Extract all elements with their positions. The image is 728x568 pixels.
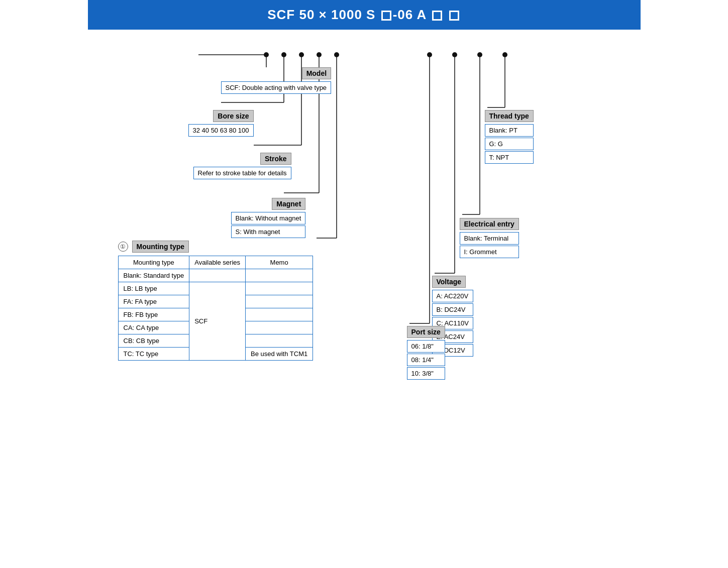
row3-memo (246, 308, 313, 321)
svg-point-24 (452, 52, 457, 57)
diagram-area: Model SCF: Double acting with valve type… (88, 45, 641, 522)
port-size-label: Port size (407, 326, 445, 338)
electrical-entry-label: Electrical entry (460, 218, 519, 230)
electrical-entry-section: Electrical entry Blank: Terminal I: Grom… (460, 218, 519, 258)
electrical-entry-value-2: I: Grommet (460, 246, 519, 258)
model-label: Model (302, 67, 331, 79)
row6-type: TC: TC type (118, 348, 189, 361)
port-size-value-2: 08: 1/4" (407, 354, 445, 366)
row2-type: FA: FA type (118, 295, 189, 308)
bore-size-label: Bore size (213, 110, 253, 122)
port-size-value-1: 06: 1/8" (407, 340, 445, 353)
row2-memo (246, 295, 313, 308)
svg-point-26 (502, 52, 507, 57)
table-row: LB: LB type SCF (118, 282, 313, 295)
voltage-label: Voltage (432, 276, 466, 288)
row0-memo (246, 269, 313, 282)
mounting-type-section: ① Mounting type Mounting type Available … (118, 241, 314, 361)
port-size-value-3: 10: 3/8" (407, 367, 445, 380)
svg-point-22 (334, 52, 339, 57)
header-title: SCF 50 × 1000 S -06 A (267, 7, 461, 22)
svg-point-23 (427, 52, 432, 57)
magnet-value-1: Blank: Without magnet (231, 212, 306, 224)
bore-size-section: Bore size 32 40 50 63 80 100 (188, 110, 254, 137)
thread-type-value-1: Blank: PT (485, 124, 534, 137)
thread-type-section: Thread type Blank: PT G: G T: NPT (485, 110, 534, 164)
table-row: Blank: Standard type (118, 269, 313, 282)
model-value: SCF: Double acting with valve type (221, 81, 332, 94)
mounting-table: Mounting type Available series Memo Blan… (118, 256, 314, 361)
row0-type: Blank: Standard type (118, 269, 189, 282)
electrical-entry-value-1: Blank: Terminal (460, 232, 519, 245)
voltage-value-2: B: DC24V (432, 303, 473, 316)
row1-series: SCF (189, 282, 246, 361)
svg-point-18 (264, 52, 269, 57)
stroke-value: Refer to stroke table for details (193, 167, 291, 179)
bore-size-value: 32 40 50 63 80 100 (188, 124, 254, 137)
stroke-section: Stroke Refer to stroke table for details (193, 153, 291, 179)
thread-type-label: Thread type (485, 110, 534, 122)
row0-series (189, 269, 246, 282)
mounting-type-label: Mounting type (132, 241, 189, 253)
voltage-value-1: A: AC220V (432, 290, 473, 302)
row1-memo (246, 282, 313, 295)
svg-point-25 (477, 52, 482, 57)
magnet-value-2: S: With magnet (231, 225, 306, 238)
thread-type-value-2: G: G (485, 138, 534, 150)
circle-num: ① (118, 242, 128, 252)
thread-type-value-3: T: NPT (485, 151, 534, 164)
svg-point-21 (317, 52, 322, 57)
svg-point-20 (299, 52, 304, 57)
header-bar: SCF 50 × 1000 S -06 A (88, 0, 641, 30)
magnet-section: Magnet Blank: Without magnet S: With mag… (231, 198, 306, 238)
row5-memo (246, 334, 313, 348)
table-header-memo: Memo (246, 256, 313, 269)
row6-memo: Be used with TCM1 (246, 348, 313, 361)
row5-type: CB: CB type (118, 334, 189, 348)
stroke-label: Stroke (260, 153, 291, 165)
svg-point-19 (281, 52, 286, 57)
table-header-series: Available series (189, 256, 246, 269)
magnet-label: Magnet (272, 198, 305, 210)
model-section: Model SCF: Double acting with valve type (221, 67, 332, 94)
table-header-type: Mounting type (118, 256, 189, 269)
row4-type: CA: CA type (118, 321, 189, 334)
port-size-section: Port size 06: 1/8" 08: 1/4" 10: 3/8" (407, 326, 445, 380)
row3-type: FB: FB type (118, 308, 189, 321)
row4-memo (246, 321, 313, 334)
row1-type: LB: LB type (118, 282, 189, 295)
